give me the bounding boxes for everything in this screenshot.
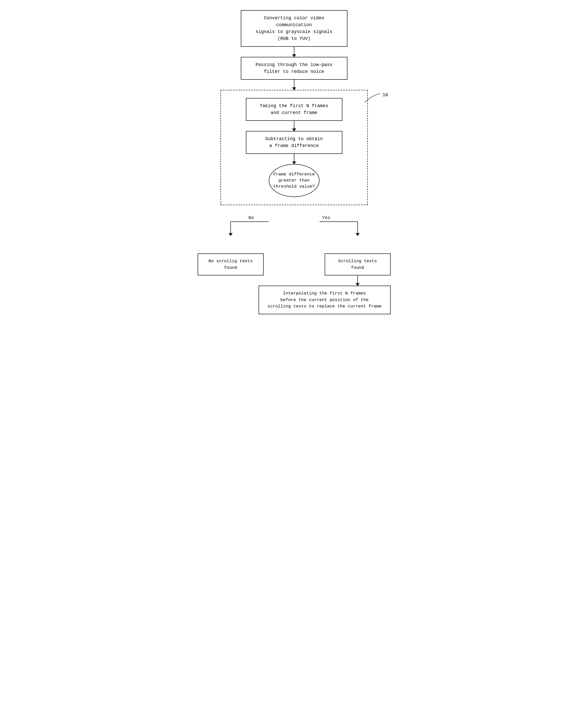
decision-ellipse: Frame difference greater than threshold … bbox=[269, 164, 320, 197]
region-label: 10 bbox=[382, 92, 388, 97]
svg-text:No: No bbox=[248, 215, 254, 220]
box-4: Subtracting to obtain a frame difference bbox=[246, 131, 343, 154]
box-2-text: Passing through the low-pass filter to r… bbox=[256, 62, 332, 74]
dashed-region: Taking the first N frames and current fr… bbox=[221, 90, 368, 205]
decision-text: Frame difference greater than threshold … bbox=[273, 171, 315, 189]
flowchart-diagram: Converting color video communication sig… bbox=[190, 10, 398, 314]
box-no-scrolling: No scrollig texts found bbox=[197, 253, 264, 275]
box-bottom-text: Interpolating the first N frames before … bbox=[267, 291, 381, 309]
svg-marker-5 bbox=[356, 233, 360, 236]
box-yes-text: Scrolling texts found bbox=[338, 259, 377, 270]
box-bottom: Interpolating the first N frames before … bbox=[259, 286, 391, 314]
svg-marker-2 bbox=[229, 233, 233, 236]
box-3-text: Taking the first N frames and current fr… bbox=[260, 103, 328, 115]
svg-text:Yes: Yes bbox=[322, 215, 330, 220]
box-yes-scrolling: Scrolling texts found bbox=[325, 253, 391, 275]
box-1-text: Converting color video communication sig… bbox=[256, 15, 332, 41]
box-4-text: Subtracting to obtain a frame difference bbox=[265, 136, 323, 148]
box-no-text: No scrollig texts found bbox=[209, 259, 253, 270]
box-2: Passing through the low-pass filter to r… bbox=[241, 57, 348, 80]
box-3: Taking the first N frames and current fr… bbox=[246, 98, 343, 121]
box-1: Converting color video communication sig… bbox=[241, 10, 348, 47]
